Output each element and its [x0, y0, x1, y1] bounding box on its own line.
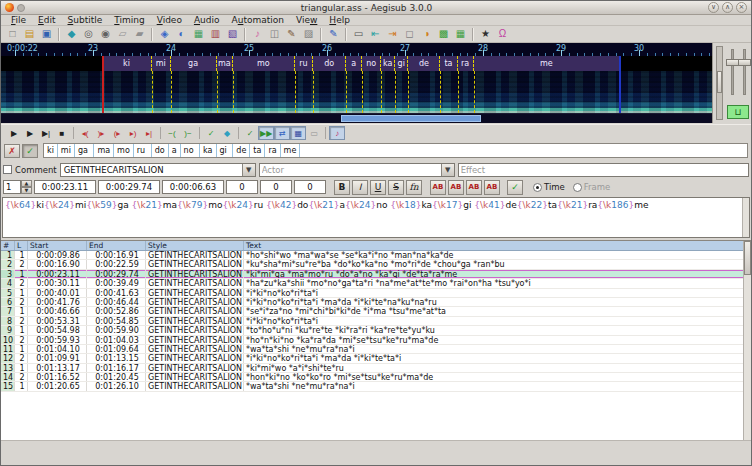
- jump-forward-button[interactable]: ⇥: [384, 27, 401, 42]
- grid-header-text[interactable]: Text: [244, 241, 751, 250]
- bold-button[interactable]: B: [334, 180, 350, 195]
- audio-syllable[interactable]: me: [474, 56, 619, 71]
- start-time-input[interactable]: [34, 180, 96, 194]
- syllable-boundary-line[interactable]: [152, 71, 153, 113]
- subtitle-text-editor[interactable]: {\k64}ki{\k24}mi{\k59}ga {\k21}ma{\k79}m…: [2, 197, 750, 238]
- karaoke-syllable-field[interactable]: kimiga mamoru doano kagi detarame: [43, 143, 748, 158]
- play-to-end-button[interactable]: ▶|: [38, 126, 54, 140]
- play-before-selection-button[interactable]: ◂(: [77, 126, 93, 140]
- underline-button[interactable]: U: [370, 180, 386, 195]
- karaoke-cancel-button[interactable]: ✗: [4, 144, 20, 158]
- spell-checker-button[interactable]: ★: [477, 27, 494, 42]
- subtitle-row[interactable]: 310:00:23.110:00:29.74GETINTHECARITSALIO…: [1, 270, 751, 279]
- stop-button[interactable]: ■: [54, 126, 70, 140]
- font-face-button[interactable]: fn: [406, 180, 422, 195]
- menu-edit[interactable]: Edit: [32, 15, 61, 25]
- syllable-boundary-line[interactable]: [171, 71, 172, 113]
- subtitle-row[interactable]: 1110:01:04.100:01:09.64GETINTHECARITSALI…: [1, 345, 751, 354]
- syllable-boundary-line[interactable]: [458, 71, 459, 113]
- time-radio[interactable]: [533, 183, 542, 192]
- margin-left-input[interactable]: [226, 180, 258, 194]
- jump-backward-button[interactable]: ⇤: [367, 27, 384, 42]
- syllable-boundary-line[interactable]: [408, 71, 409, 113]
- syllable-boundary-line[interactable]: [346, 71, 347, 113]
- syllable-boundary-line[interactable]: [395, 71, 396, 113]
- snap-start-to-video-button[interactable]: ◻: [401, 27, 418, 42]
- shift-times-button[interactable]: ◐: [173, 27, 190, 42]
- add-lead-in-button[interactable]: −(: [164, 126, 180, 140]
- audio-scrollbar-thumb[interactable]: [341, 115, 481, 122]
- layer-spinner[interactable]: ▲▼: [3, 180, 32, 194]
- go-to-selection-button[interactable]: ◆: [219, 126, 235, 140]
- menu-subtitle[interactable]: Subtitle: [62, 15, 109, 25]
- audio-vertical-scrollbar[interactable]: [716, 46, 723, 120]
- subtitle-row[interactable]: 1310:01:13.170:01:16.17GETINTHECARITSALI…: [1, 364, 751, 373]
- karaoke-accept-button[interactable]: ✓: [22, 144, 38, 158]
- audio-syllable[interactable]: no: [362, 56, 381, 71]
- play-500ms-after-end-button[interactable]: ▸|: [141, 126, 157, 140]
- audio-syllable[interactable]: mi: [152, 56, 171, 71]
- play-line-button[interactable]: ▶: [22, 126, 38, 140]
- styles-manager-button[interactable]: ▦: [190, 27, 207, 42]
- audio-syllable[interactable]: ma: [217, 56, 233, 71]
- open-macros-button[interactable]: Ω: [494, 27, 511, 42]
- title-bar[interactable]: triangular.ass - Aegisub 3.0.0 ∨∧×: [1, 1, 751, 15]
- audio-selection[interactable]: kimigamamorudoanokagidetarame: [102, 56, 619, 71]
- karaoke-syllable[interactable]: ki: [44, 144, 58, 157]
- audio-spectrogram[interactable]: [1, 71, 712, 113]
- translation-assistant-button[interactable]: ✎: [283, 27, 300, 42]
- subtitle-row[interactable]: 420:00:30.110:00:39.49GETINTHECARITSALIO…: [1, 279, 751, 288]
- actor-combo[interactable]: ▼: [259, 163, 455, 177]
- menu-video[interactable]: Video: [151, 15, 188, 25]
- subtitle-row[interactable]: 910:00:54.980:00:59.90GETINTHECARITSALIO…: [1, 326, 751, 335]
- export-subtitles-button[interactable]: ▰: [131, 27, 148, 42]
- karaoke-syllable[interactable]: mo: [114, 144, 134, 157]
- grid-scrollbar-thumb[interactable]: [744, 241, 751, 275]
- subtitle-row[interactable]: 820:00:53.310:00:54.85GETINTHECARITSALIO…: [1, 317, 751, 326]
- audio-vertical-scrollbar-thumb[interactable]: [717, 71, 722, 93]
- vertical-link-button[interactable]: ▭: [306, 126, 322, 140]
- menu-timing[interactable]: Timing: [108, 15, 150, 25]
- resample-resolution-button[interactable]: ▧: [224, 27, 241, 42]
- audio-syllable[interactable]: a: [346, 56, 362, 71]
- italic-button[interactable]: I: [352, 180, 368, 195]
- audio-horizontal-scrollbar[interactable]: [1, 113, 712, 123]
- syllable-boundary-line[interactable]: [313, 71, 314, 113]
- volume-link-button[interactable]: ⊔: [727, 105, 749, 119]
- outline-color-button[interactable]: AB: [466, 180, 482, 195]
- menu-automation[interactable]: Automation: [226, 15, 290, 25]
- margin-vertical-input[interactable]: [294, 180, 326, 194]
- editor-scrollbar[interactable]: [742, 198, 749, 237]
- grid-scrollbar[interactable]: [743, 241, 751, 440]
- audio-syllable[interactable]: ra: [458, 56, 474, 71]
- syllable-boundary-line[interactable]: [362, 71, 363, 113]
- video-details-button[interactable]: ▦: [452, 27, 469, 42]
- style-combo[interactable]: GETINTHECARITSALION ▼: [60, 163, 256, 177]
- karaoke-syllable[interactable]: ma: [94, 144, 114, 157]
- shade-button[interactable]: ∨: [708, 2, 719, 13]
- karaoke-syllable[interactable]: do: [152, 144, 169, 157]
- grid-header-l[interactable]: L: [15, 241, 28, 250]
- menu-help[interactable]: Help: [323, 15, 356, 25]
- subtitle-row[interactable]: 620:00:41.760:00:46.44GETINTHECARITSALIO…: [1, 298, 751, 307]
- audio-syllable[interactable]: de: [408, 56, 440, 71]
- karaoke-syllable[interactable]: ra: [265, 144, 280, 157]
- karaoke-syllable[interactable]: me: [281, 144, 301, 157]
- karaoke-label-bar[interactable]: kimigamamorudoanokagidetarame: [1, 56, 712, 71]
- properties-button[interactable]: ◆: [63, 27, 80, 42]
- audio-timeline-ruler[interactable]: 0:00:222324252627282930: [1, 43, 712, 56]
- margin-right-input[interactable]: [260, 180, 292, 194]
- audio-syllable[interactable]: ki: [102, 56, 152, 71]
- vertical-zoom-slider[interactable]: [738, 59, 751, 66]
- subtitle-row[interactable]: 1420:01:16.520:01:20.45GETINTHECARITSALI…: [1, 373, 751, 382]
- window-menu-icon[interactable]: [17, 4, 25, 12]
- menu-file[interactable]: File: [5, 15, 32, 25]
- subtitle-row[interactable]: 1020:00:59.930:01:04.03GETINTHECARITSALI…: [1, 336, 751, 345]
- menu-audio[interactable]: Audio: [188, 15, 226, 25]
- shadow-color-button[interactable]: AB: [484, 180, 500, 195]
- snap-end-to-video-button[interactable]: ◑: [418, 27, 435, 42]
- subtitle-row[interactable]: 1510:01:20.650:01:26.10GETINTHECARITSALI…: [1, 382, 751, 391]
- audio-syllable[interactable]: do: [313, 56, 346, 71]
- menu-view[interactable]: View: [290, 15, 323, 25]
- subtitle-row[interactable]: 710:00:46.660:00:52.86GETINTHECARITSALIO…: [1, 307, 751, 316]
